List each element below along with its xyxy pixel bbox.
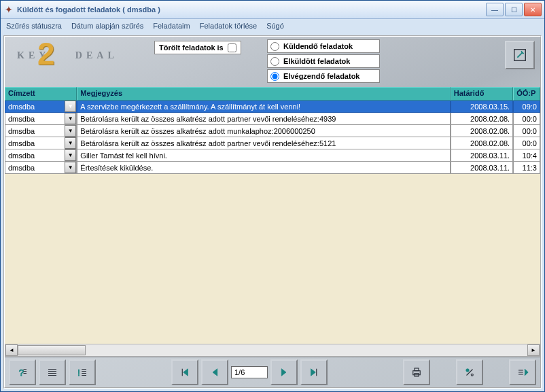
next-page-button[interactable] [270, 359, 298, 385]
cell-note[interactable]: Betárolásra került az összes alkatrész a… [77, 113, 450, 125]
print-icon [410, 366, 423, 378]
radio-sent-input[interactable] [270, 57, 279, 66]
edit-button[interactable] [505, 41, 535, 69]
deleted-tasks-label: Törölt feladatok is [159, 43, 224, 52]
table-row[interactable]: dmsdba▼A szervizbe megérkezett a szállít… [5, 101, 540, 113]
table-row[interactable]: dmsdba▼Értesítések kiküldése.2008.03.11.… [5, 162, 540, 174]
alert-list-button[interactable]: ! [69, 359, 96, 385]
menu-help[interactable]: Súgó [266, 22, 284, 30]
first-page-button[interactable] [171, 359, 198, 385]
cell-recipient[interactable]: dmsdba▼ [5, 113, 77, 125]
cell-deadline[interactable]: 2008.02.08. [451, 125, 513, 137]
cell-note[interactable]: Értesítések kiküldése. [77, 162, 450, 174]
menu-filter-date[interactable]: Dátum alapján szűrés [71, 22, 143, 30]
svg-point-6 [466, 369, 470, 372]
menubar: Szűrés státuszra Dátum alapján szűrés Fe… [1, 19, 544, 33]
cell-note[interactable]: Betárolásra került az összes alkatrész a… [77, 125, 450, 137]
help-icon: ? [16, 366, 29, 378]
cell-deadline[interactable]: 2008.03.11. [451, 149, 513, 162]
menu-filter-status[interactable]: Szűrés státuszra [6, 22, 62, 30]
cell-time[interactable]: 11:3 [513, 162, 540, 174]
radio-todo[interactable]: Elvégzendő feladatok [267, 69, 380, 83]
cell-time[interactable]: 09:0 [513, 101, 540, 113]
edit-icon [512, 48, 527, 63]
minimize-button[interactable]: — [486, 3, 504, 16]
radio-sent[interactable]: Elküldött feladatok [267, 54, 380, 68]
page-input[interactable] [231, 366, 268, 378]
tool-a-icon [463, 366, 476, 378]
cell-note[interactable]: Betárolásra került az összes alkatrész a… [77, 137, 450, 149]
svg-rect-3 [413, 371, 421, 375]
dropdown-icon[interactable]: ▼ [65, 137, 76, 149]
scroll-thumb[interactable] [18, 345, 86, 355]
cell-time[interactable]: 00:0 [513, 125, 540, 137]
menu-my-tasks[interactable]: Feladataim [153, 22, 190, 30]
cell-deadline[interactable]: 2008.03.11. [451, 162, 513, 174]
svg-text:!: ! [77, 368, 80, 378]
table-row[interactable]: dmsdba▼Betárolásra került az összes alka… [5, 125, 540, 137]
cell-recipient[interactable]: dmsdba▼ [5, 149, 77, 162]
table-row[interactable]: dmsdba▼Betárolásra került az összes alka… [5, 137, 540, 149]
radio-todo-input[interactable] [270, 72, 279, 81]
scroll-left-button[interactable]: ◄ [5, 344, 18, 356]
radio-sent-label: Elküldött feladatok [283, 57, 350, 65]
cell-time[interactable]: 10:4 [513, 149, 540, 162]
titlebar: ✦ Küldött és fogadott feladatok ( dmsdba… [1, 1, 544, 19]
cell-deadline[interactable]: 2008.02.08. [451, 137, 513, 149]
last-page-icon [308, 366, 320, 378]
cell-recipient[interactable]: dmsdba▼ [5, 125, 77, 137]
dropdown-icon[interactable]: ▼ [65, 101, 76, 112]
window-title: Küldött és fogadott feladatok ( dmsdba ) [17, 5, 486, 14]
deleted-tasks-toggle[interactable]: Törölt feladatok is [154, 41, 241, 54]
cell-recipient[interactable]: dmsdba▼ [5, 101, 77, 113]
col-note[interactable]: Megjegyzés [77, 87, 450, 101]
tool-b-icon [516, 366, 529, 378]
app-window: ✦ Küldött és fogadott feladatok ( dmsdba… [0, 0, 545, 392]
window-controls: — ☐ ✕ [486, 3, 542, 16]
tool-b-button[interactable] [509, 359, 536, 385]
scroll-right-button[interactable]: ► [527, 344, 540, 356]
radio-todo-label: Elvégzendő feladatok [283, 72, 359, 80]
cell-deadline[interactable]: 2008.03.15. [451, 101, 513, 113]
svg-rect-4 [415, 368, 419, 371]
col-recipient[interactable]: Címzett [5, 87, 77, 101]
print-button[interactable] [403, 359, 430, 385]
table-row[interactable]: dmsdba▼Giller Tamást fel kell hívni.2008… [5, 149, 540, 162]
grid-body[interactable]: dmsdba▼A szervizbe megérkezett a szállít… [5, 101, 540, 344]
cell-recipient[interactable]: dmsdba▼ [5, 137, 77, 149]
close-button[interactable]: ✕ [524, 3, 542, 16]
cell-deadline[interactable]: 2008.02.08. [451, 113, 513, 125]
scroll-track[interactable] [18, 345, 527, 355]
dropdown-icon[interactable]: ▼ [65, 113, 76, 124]
cell-time[interactable]: 00:0 [513, 137, 540, 149]
cell-time[interactable]: 00:0 [513, 113, 540, 125]
dropdown-icon[interactable]: ▼ [65, 125, 76, 137]
toolbar-area: KEY DEAL 2 Törölt feladatok is Küldendő … [5, 37, 540, 87]
cell-recipient[interactable]: dmsdba▼ [5, 162, 77, 174]
help-button[interactable]: ? [9, 359, 36, 385]
table-row[interactable]: dmsdba▼Betárolásra került az összes alka… [5, 113, 540, 125]
radio-to-send[interactable]: Küldendő feladatok [267, 39, 380, 53]
col-time[interactable]: ÓÓ:P [513, 87, 540, 101]
bottom-toolbar: ? ! [5, 357, 540, 387]
cell-note[interactable]: Giller Tamást fel kell hívni. [77, 149, 450, 162]
content-area: KEY DEAL 2 Törölt feladatok is Küldendő … [3, 35, 542, 389]
dropdown-icon[interactable]: ▼ [65, 162, 76, 173]
prev-page-button[interactable] [201, 359, 228, 385]
list-button[interactable] [39, 359, 66, 385]
menu-delete-tasks[interactable]: Feladatok törlése [200, 22, 257, 30]
dropdown-icon[interactable]: ▼ [65, 149, 76, 161]
last-page-button[interactable] [300, 359, 328, 385]
col-deadline[interactable]: Határidő [451, 87, 513, 101]
radio-to-send-input[interactable] [270, 42, 279, 51]
task-filter-radios: Küldendő feladatok Elküldött feladatok E… [267, 39, 380, 83]
horizontal-scrollbar[interactable]: ◄ ► [5, 344, 540, 357]
maximize-button[interactable]: ☐ [505, 3, 523, 16]
app-icon: ✦ [3, 4, 14, 15]
prev-page-icon [209, 366, 221, 378]
tool-a-button[interactable] [456, 359, 483, 385]
tasks-grid: Címzett Megjegyzés Határidő ÓÓ:P dmsdba▼… [5, 87, 540, 357]
deleted-tasks-checkbox[interactable] [228, 43, 236, 52]
next-page-icon [278, 366, 290, 378]
cell-note[interactable]: A szervizbe megérkezett a szállítmány. A… [77, 101, 450, 113]
